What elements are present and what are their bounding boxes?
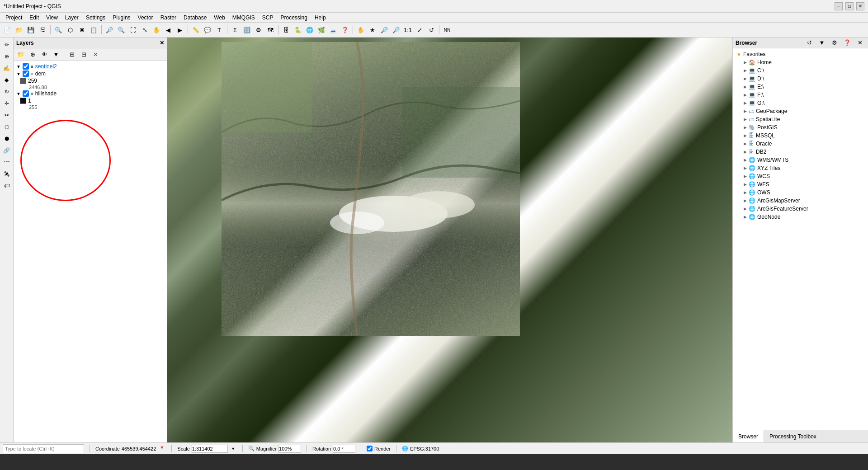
zoom-layer-btn[interactable]: ⤢ [414,24,425,35]
layer-sentinel2[interactable]: ▼ ≡ sentinel2 [15,63,165,70]
menu-mmqgis[interactable]: MMQGIS [229,14,259,22]
rotate-btn[interactable]: ↻ [1,86,12,97]
python-btn[interactable]: 🐍 [292,24,303,35]
identify-btn[interactable]: 🔍 [53,24,64,35]
zoom-full-btn[interactable]: ⛶ [127,24,138,35]
browser-geopackage[interactable]: ▶ 🗃 GeoPackage [733,107,868,115]
epsg-display[interactable]: 🌐 EPSG:31700 [402,446,439,451]
browser-spatialite[interactable]: ▶ 🗃 SpatiaLite [733,115,868,123]
menu-plugins[interactable]: Plugins [109,14,134,22]
map-area[interactable] [167,38,732,442]
render-checkbox[interactable] [367,446,373,451]
add-layer-layers-btn[interactable]: ⊕ [27,49,38,60]
scp-btn[interactable]: 🛰 [1,169,12,179]
browser-help-btn[interactable]: ❓ [842,38,853,48]
menu-project[interactable]: Project [2,14,26,22]
node-tool-btn[interactable]: ◆ [1,75,12,85]
browser-wfs[interactable]: ▶ 🌐 WFS [733,180,868,188]
new-project-btn[interactable]: 📄 [2,24,13,35]
zoom-out-btn[interactable]: 🔍 [116,24,127,35]
browser-oracle[interactable]: ▶ 🗄 Oracle [733,140,868,148]
annotation-btn[interactable]: 💬 [202,24,213,35]
srtm-btn[interactable]: 🗻 [328,24,339,35]
zoom-in2-btn[interactable]: 🔎 [379,24,390,35]
menu-layer[interactable]: Layer [61,14,82,22]
browser-refresh-btn[interactable]: ↺ [804,38,815,48]
browser-db2[interactable]: ▶ 🗄 DB2 [733,148,868,156]
layer-hillshade[interactable]: ▼ ≡ hillshade [15,90,165,97]
classify-btn[interactable]: 🏷 [1,180,12,191]
browser-arcgisfeatureserver[interactable]: ▶ 🌐 ArcGisFeatureServer [733,205,868,213]
menu-raster[interactable]: Raster [157,14,180,22]
checkbox-sentinel2[interactable] [23,63,29,70]
processing-tab[interactable]: Processing Toolbox [764,430,822,442]
select-btn[interactable]: ⬡ [65,24,75,35]
pan-map-btn[interactable]: ✋ [355,24,366,35]
menu-view[interactable]: View [42,14,61,22]
menu-web[interactable]: Web [210,14,228,22]
digitize-btn[interactable]: ✏ [1,39,12,50]
coordinate-copy-btn[interactable]: 📍 [158,445,166,453]
browser-postgis[interactable]: ▶ 🐘 PostGIS [733,123,868,132]
expand-all-btn[interactable]: ⊞ [66,49,77,60]
refresh-btn[interactable]: ↺ [426,24,437,35]
collapse-dem[interactable]: ▼ [16,71,21,76]
browser-ows[interactable]: ▶ 🌐 OWS [733,188,868,197]
open-project-btn[interactable]: 📁 [14,24,24,35]
browser-home[interactable]: ▶ 🏠 Home [733,58,868,66]
checkbox-hillshade[interactable] [23,90,29,97]
nn-join-btn[interactable]: NN [442,24,453,35]
help-btn[interactable]: ❓ [340,24,350,35]
browser-e[interactable]: ▶ 💻 E:\ [733,83,868,91]
save-project-btn[interactable]: 💾 [25,24,36,35]
db-manager-btn[interactable]: 🗄 [281,24,292,35]
zoom-prev-btn[interactable]: ◀ [163,24,174,35]
split-btn[interactable]: ✂ [1,110,12,121]
georef-btn[interactable]: 🗺 [265,24,276,35]
menu-edit[interactable]: Edit [26,14,42,22]
trace-btn[interactable]: 〰 [1,157,12,168]
menu-settings[interactable]: Settings [82,14,109,22]
browser-f[interactable]: ▶ 💻 F:\ [733,91,868,99]
collapse-all-btn[interactable]: ⊟ [78,49,89,60]
snapping-btn[interactable]: 🔗 [1,145,12,156]
minimize-button[interactable]: ─ [835,2,843,10]
maximize-button[interactable]: □ [845,2,854,10]
pan-btn[interactable]: ✋ [151,24,162,35]
stats-btn[interactable]: Σ [230,24,241,35]
filter-btn[interactable]: 🔢 [241,24,252,35]
zoom-in-btn[interactable]: 🔎 [104,24,115,35]
rotation-input[interactable] [333,445,355,453]
menu-scp[interactable]: SCP [259,14,277,22]
menu-database[interactable]: Database [180,14,210,22]
zoom-next-btn[interactable]: ▶ [175,24,185,35]
browser-tab[interactable]: Browser [733,430,764,442]
browser-wmswmts[interactable]: ▶ 🌐 WMS/WMTS [733,156,868,164]
browser-c[interactable]: ▶ 💻 C:\ [733,66,868,75]
collapse-hillshade[interactable]: ▼ [16,91,21,96]
browser-d[interactable]: ▶ 💻 D:\ [733,75,868,83]
delete-layer-btn[interactable]: ✕ [90,49,101,60]
layer-dem[interactable]: ▼ ≡ dem [15,70,165,77]
zoom-selection-btn[interactable]: ⤡ [139,24,150,35]
open-layer-btn[interactable]: 📁 [15,49,26,60]
menu-help[interactable]: Help [311,14,330,22]
browser-settings-btn[interactable]: ⚙ [829,38,840,48]
move-btn[interactable]: ✛ [1,98,12,109]
bookmark-btn[interactable]: ★ [367,24,378,35]
magnifier-input[interactable] [278,445,301,453]
browser-close-btn[interactable]: ✕ [854,38,865,48]
deselect-btn[interactable]: ✖ [76,24,87,35]
browser-geonode[interactable]: ▶ 🌐 GeoNode [733,213,868,221]
polygon-btn[interactable]: ⬡ [1,122,12,132]
reshape-btn[interactable]: ⬢ [1,133,12,144]
measure-btn[interactable]: 📏 [190,24,201,35]
browser-wcs[interactable]: ▶ 🌐 WCS [733,172,868,180]
add-layer-btn[interactable]: ⊕ [1,51,12,62]
zoom-actual-btn[interactable]: 1:1 [402,24,413,35]
browser-arcgismapserver[interactable]: ▶ 🌐 ArcGisMapServer [733,197,868,205]
scale-input[interactable] [192,445,228,453]
browser-filter-btn[interactable]: ▼ [816,38,827,48]
label-btn[interactable]: T [214,24,225,35]
browser-g[interactable]: ▶ 💻 G:\ [733,99,868,107]
